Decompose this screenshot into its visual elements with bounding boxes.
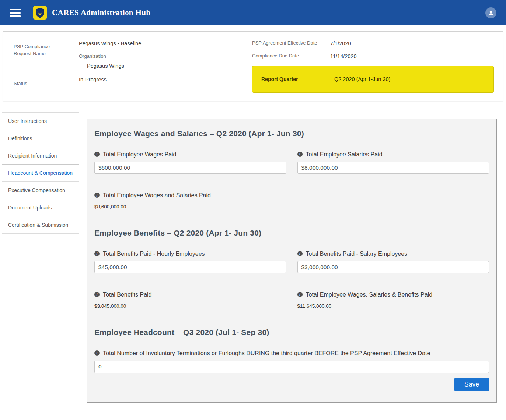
total-wages-salaries-label: Total Employee Wages and Salaries Paid: [103, 191, 211, 200]
sidebar-item-certification-submission[interactable]: Certification & Submission: [2, 216, 79, 234]
sidebar-item-recipient-information[interactable]: Recipient Information: [2, 147, 79, 165]
total-benefits-value: $3,045,000.00: [94, 303, 286, 309]
due-date-label: Compliance Due Date: [252, 53, 330, 60]
app-title: CARES Administration Hub: [52, 8, 151, 17]
headcount-compensation-form: Employee Wages and Salaries – Q2 2020 (A…: [87, 119, 497, 403]
info-icon[interactable]: i: [297, 292, 303, 297]
info-icon[interactable]: i: [94, 193, 100, 198]
report-quarter-highlight: Report Quarter Q2 2020 (Apr 1-Jun 30): [252, 66, 494, 93]
headcount-heading: Employee Headcount – Q3 2020 (Jul 1- Sep…: [94, 328, 489, 337]
organization-label: Organization: [79, 53, 252, 60]
benefits-hourly-label: Total Benefits Paid - Hourly Employees: [103, 250, 205, 258]
compliance-summary-card: PSP Compliance Request Name Status Pegas…: [3, 31, 503, 101]
info-icon[interactable]: i: [94, 350, 100, 356]
app-logo-shield-icon: [33, 6, 47, 20]
benefits-salary-input[interactable]: [297, 261, 489, 273]
status-label: Status: [14, 80, 79, 87]
benefits-heading: Employee Benefits – Q2 2020 (Apr 1- Jun …: [94, 229, 489, 237]
app-header: CARES Administration Hub: [0, 0, 506, 25]
hamburger-menu-icon[interactable]: [10, 9, 21, 17]
report-quarter-label: Report Quarter: [261, 76, 334, 82]
sidebar-item-document-uploads[interactable]: Document Uploads: [2, 199, 79, 216]
request-name-value: Pegasus Wings - Baseline: [79, 40, 252, 47]
benefits-salary-label: Total Benefits Paid - Salary Employees: [306, 250, 408, 258]
account-button[interactable]: [485, 7, 496, 18]
sidebar-item-executive-compensation[interactable]: Executive Compensation: [2, 181, 79, 199]
salaries-paid-input[interactable]: [297, 162, 489, 174]
sidebar-item-user-instructions[interactable]: User Instructions: [2, 112, 79, 130]
person-icon: [488, 10, 494, 16]
effective-date-label: PSP Agreement Effective Date: [252, 40, 330, 47]
wages-salaries-heading: Employee Wages and Salaries – Q2 2020 (A…: [94, 129, 489, 138]
total-wages-salaries-benefits-label: Total Employee Wages, Salaries & Benefit…: [306, 291, 433, 299]
info-icon[interactable]: i: [94, 292, 100, 297]
info-icon[interactable]: i: [297, 152, 303, 157]
request-name-label: PSP Compliance Request Name: [14, 43, 69, 57]
info-icon[interactable]: i: [94, 251, 100, 256]
total-benefits-label: Total Benefits Paid: [103, 291, 152, 299]
sidebar-item-headcount-compensation[interactable]: Headcount & Compensation: [2, 164, 79, 182]
organization-value: Pegasus Wings: [79, 62, 252, 70]
terminations-label: Total Number of Involuntary Terminations…: [103, 349, 430, 357]
salaries-paid-label: Total Employee Salaries Paid: [306, 151, 383, 159]
benefits-hourly-input[interactable]: [94, 261, 286, 273]
wages-paid-input[interactable]: [94, 162, 286, 174]
effective-date-value: 7/1/2020: [330, 40, 351, 47]
report-quarter-value: Q2 2020 (Apr 1-Jun 30): [334, 76, 390, 82]
total-wages-salaries-value: $8,600,000.00: [94, 204, 489, 209]
sidebar-item-definitions[interactable]: Definitions: [2, 130, 79, 147]
wages-paid-label: Total Employee Wages Paid: [103, 151, 177, 159]
status-value: In-Progress: [79, 76, 252, 83]
info-icon[interactable]: i: [94, 152, 100, 157]
terminations-input[interactable]: [94, 361, 489, 373]
save-button[interactable]: Save: [454, 378, 489, 391]
sidebar-nav: User Instructions Definitions Recipient …: [2, 112, 79, 234]
info-icon[interactable]: i: [297, 251, 303, 256]
due-date-value: 11/14/2020: [330, 53, 357, 60]
total-wages-salaries-benefits-value: $11,645,000.00: [297, 303, 489, 309]
